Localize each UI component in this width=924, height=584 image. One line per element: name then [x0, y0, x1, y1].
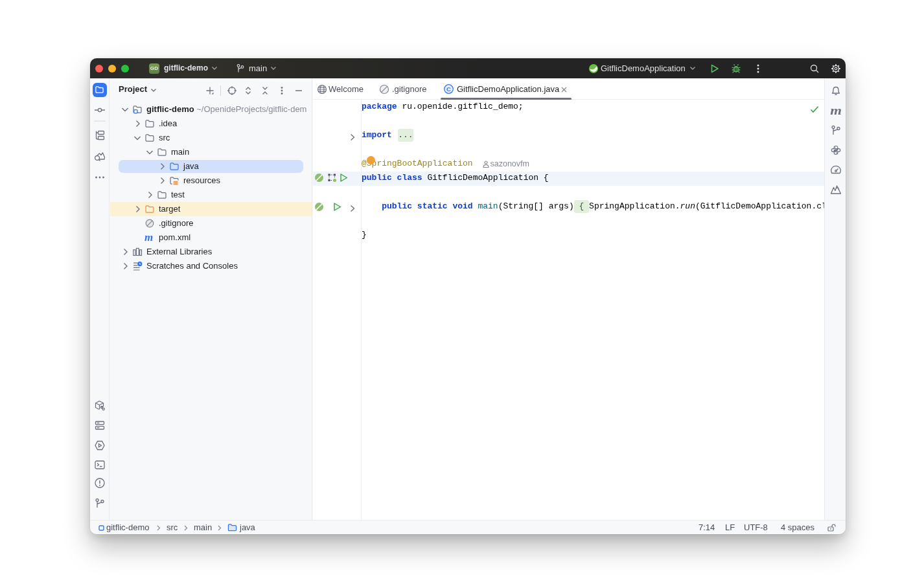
- svg-text:C: C: [446, 85, 451, 93]
